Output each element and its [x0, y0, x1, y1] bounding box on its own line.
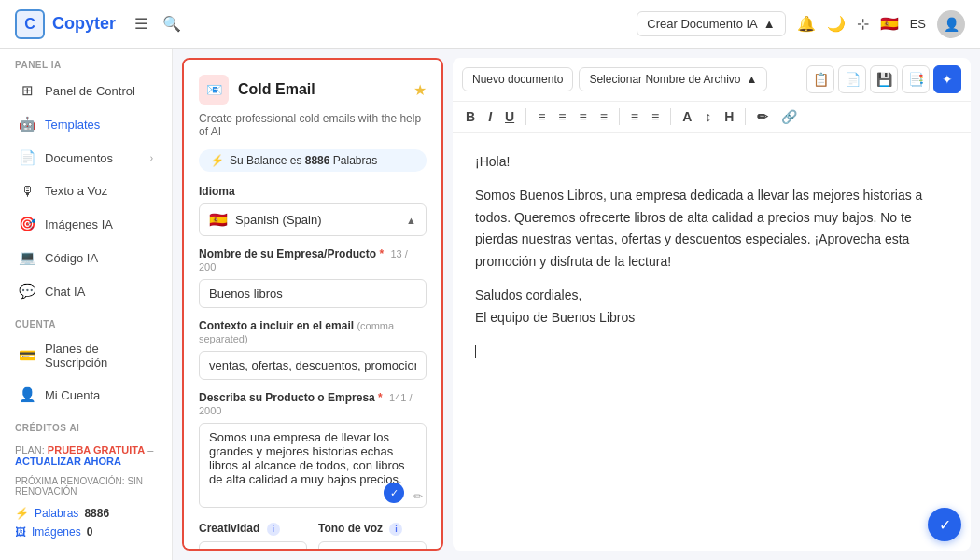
- list-unordered-button[interactable]: ≡: [648, 107, 663, 126]
- select-archivo-dropdown[interactable]: Selecionar Nombre de Archivo ▲: [579, 67, 767, 91]
- chevron-up-icon: ▲: [405, 548, 416, 551]
- editor-btn-2[interactable]: 📄: [838, 65, 866, 93]
- panel-header: 📧 Cold Email ★: [199, 75, 427, 105]
- editor-btn-3[interactable]: 💾: [870, 65, 898, 93]
- chevron-up-icon: ▲: [747, 73, 758, 86]
- moon-icon[interactable]: 🌙: [827, 15, 846, 33]
- search-icon[interactable]: 🔍: [162, 15, 181, 33]
- link-button[interactable]: 🔗: [777, 107, 801, 126]
- toolbar-separator-2: [619, 108, 620, 125]
- descripcion-group: Describa su Producto o Empresa * 141 / 2…: [199, 391, 427, 511]
- menu-icon[interactable]: ☰: [134, 15, 147, 33]
- align-justify-button[interactable]: ≡: [596, 107, 611, 126]
- sidebar-item-panel-control[interactable]: ⊞ Panel de Control: [4, 75, 168, 106]
- bottom-selectors-row: Creatividad i Media ▲ Tono de voz i: [199, 522, 427, 551]
- creatividad-info-icon[interactable]: i: [267, 523, 280, 536]
- panel-description: Create professional cold emails with the…: [199, 112, 427, 138]
- sidebar-item-templates[interactable]: 🤖 Templates: [4, 108, 168, 140]
- bold-button[interactable]: B: [462, 107, 479, 126]
- editor-btn-4[interactable]: 📑: [902, 65, 930, 93]
- sidebar-item-label: Templates: [45, 118, 153, 132]
- doc-name-field[interactable]: Nuevo documento: [462, 67, 573, 91]
- expand-icon[interactable]: ⊹: [857, 15, 869, 33]
- sidebar-item-label: Texto a Voz: [45, 184, 153, 198]
- image-credits-icon: 🖼: [15, 525, 26, 539]
- sidebar-item-documentos[interactable]: 📄 Documentos ›: [4, 142, 168, 174]
- align-center-button[interactable]: ≡: [554, 107, 569, 126]
- spain-flag-icon: 🇪🇸: [209, 211, 228, 229]
- heading-button[interactable]: H: [721, 107, 737, 126]
- italic-button[interactable]: I: [484, 107, 496, 126]
- user-avatar[interactable]: 👤: [937, 10, 965, 38]
- empresa-input[interactable]: [199, 279, 427, 308]
- edit-icon[interactable]: ✏: [413, 490, 423, 503]
- check-icon[interactable]: ✓: [384, 483, 404, 503]
- voice-icon: 🎙: [19, 183, 35, 199]
- content-area: 📧 Cold Email ★ Create professional cold …: [173, 49, 980, 560]
- chat-icon: 💬: [19, 283, 35, 300]
- panel-title: Cold Email: [238, 81, 315, 98]
- line-height-button[interactable]: ↕: [701, 107, 715, 126]
- sidebar-item-mi-cuenta[interactable]: 👤 Mi Cuenta: [4, 379, 168, 411]
- contexto-input[interactable]: [199, 351, 427, 380]
- font-color-button[interactable]: A: [679, 107, 695, 126]
- tono-info-icon[interactable]: i: [389, 523, 402, 536]
- editor-content[interactable]: ¡Hola! Somos Buenos Libros, una empresa …: [453, 133, 971, 551]
- align-right-button[interactable]: ≡: [575, 107, 590, 126]
- sidebar-item-imagenes-ia[interactable]: 🎯 Imágenes IA: [4, 208, 168, 240]
- bolt-icon: ⚡: [210, 154, 224, 167]
- top-bar-icons: ☰ 🔍: [134, 15, 181, 33]
- plan-label: PLAN:: [15, 444, 45, 455]
- sidebar-item-label: Mi Cuenta: [45, 388, 153, 402]
- content-paragraph-3: Saludos cordiales, El equipo de Buenos L…: [475, 285, 948, 329]
- sidebar-item-codigo-ia[interactable]: 💻 Código IA: [4, 242, 168, 273]
- code-icon: 💻: [19, 249, 35, 266]
- plan-update-link[interactable]: ACTUALIZAR AHORA: [15, 455, 121, 467]
- pen-button[interactable]: ✏: [753, 107, 772, 126]
- list-ordered-button[interactable]: ≡: [627, 107, 642, 126]
- align-left-button[interactable]: ≡: [534, 107, 549, 126]
- content-paragraph-2: Somos Buenos Libros, una empresa dedicad…: [475, 185, 948, 273]
- chevron-up-icon: ▲: [406, 215, 416, 226]
- credits-imagenes: 🖼 Imágenes 0: [0, 523, 172, 541]
- language-label: ES: [910, 17, 926, 31]
- underline-button[interactable]: U: [501, 107, 518, 126]
- idioma-value: Spanish (Spain): [235, 213, 322, 227]
- palabras-label: Palabras: [35, 507, 78, 520]
- sidebar-item-label: Panel de Control: [45, 84, 153, 98]
- top-bar: C Copyter ☰ 🔍 Crear Documento IA ▲ 🔔 🌙 ⊹…: [0, 0, 980, 49]
- creatividad-col: Creatividad i Media ▲: [199, 522, 307, 551]
- sidebar-item-planes[interactable]: 💳 Planes de Suscripción: [4, 334, 168, 377]
- dashboard-icon: ⊞: [19, 82, 35, 99]
- content-cursor: [475, 341, 948, 363]
- editor-action-buttons: 📋 📄 💾 📑 ✦: [806, 65, 961, 93]
- lightning-icon: ⚡: [15, 507, 29, 520]
- editor-btn-5[interactable]: ✦: [933, 65, 961, 93]
- plan-name[interactable]: PRUEBA GRATUITA: [48, 444, 145, 455]
- logo-name: Copyter: [52, 14, 116, 34]
- chevron-up-icon: ▲: [763, 17, 776, 31]
- sidebar-item-label: Chat IA: [45, 285, 153, 299]
- crear-documento-button[interactable]: Crear Documento IA ▲: [637, 11, 785, 36]
- favorite-star-icon[interactable]: ★: [413, 81, 427, 99]
- editor-toolbar: B I U ≡ ≡ ≡ ≡ ≡ ≡ A ↕ H ✏: [453, 102, 971, 133]
- editor-btn-1[interactable]: 📋: [806, 65, 834, 93]
- templates-icon: 🤖: [19, 116, 35, 133]
- tono-select[interactable]: Casual ▲: [318, 541, 427, 551]
- logo-area: C Copyter: [15, 9, 116, 39]
- bottom-check-button[interactable]: ✓: [928, 508, 961, 541]
- sidebar-item-texto-voz[interactable]: 🎙 Texto a Voz: [4, 175, 168, 206]
- tono-value: Casual: [329, 548, 363, 551]
- language-flag[interactable]: 🇪🇸: [880, 15, 899, 33]
- sidebar-item-label: Imágenes IA: [45, 217, 153, 231]
- sidebar-item-chat-ia[interactable]: 💬 Chat IA: [4, 275, 168, 307]
- empresa-group: Nombre de su Empresa/Producto * 13 / 200: [199, 247, 427, 308]
- idioma-select[interactable]: 🇪🇸 Spanish (Spain) ▲: [199, 203, 427, 236]
- content-paragraph-1: ¡Hola!: [475, 151, 948, 174]
- renovacion-info: PRÓXIMA RENOVACIÓN: SIN RENOVACIÓN: [0, 474, 172, 504]
- contexto-group: Contexto a incluir en el email (comma se…: [199, 319, 427, 380]
- doc-name-text: Nuevo documento: [472, 73, 563, 86]
- creatividad-select[interactable]: Media ▲: [199, 541, 307, 551]
- bell-icon[interactable]: 🔔: [797, 15, 816, 33]
- editor-top-bar: Nuevo documento Selecionar Nombre de Arc…: [453, 58, 971, 102]
